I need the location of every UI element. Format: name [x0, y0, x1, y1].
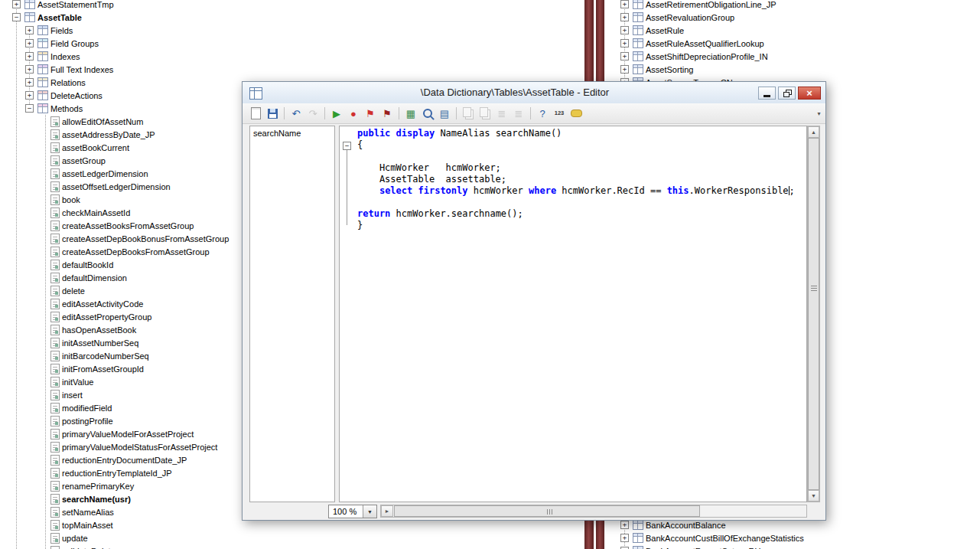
editor-titlebar[interactable]: \Data Dictionary\Tables\AssetTable - Edi…	[243, 82, 825, 104]
expand-icon[interactable]: +	[620, 65, 629, 74]
tree-item-assetretirementobligationline-jp[interactable]: +AssetRetirementObligationLine_JP	[620, 0, 777, 11]
toolbar-separator	[456, 107, 457, 119]
redo-glyph: ↷	[309, 109, 317, 119]
code-line-8[interactable]: return hcmWorker.searchname();	[357, 208, 805, 220]
undo-icon[interactable]: ↶	[288, 106, 304, 121]
scroll-down-button[interactable]: ▼	[808, 490, 819, 502]
method-list-item-searchname[interactable]: searchName	[250, 126, 334, 140]
expand-icon[interactable]: +	[620, 521, 629, 529]
help-icon[interactable]: ?	[535, 106, 550, 121]
close-button[interactable]: ×	[798, 87, 821, 100]
uncomment-lines-glyph: ≣	[515, 109, 523, 119]
code-line-4[interactable]: HcmWorker hcmWorker;	[357, 162, 805, 174]
editor-title: \Data Dictionary\Tables\AssetTable - Edi…	[273, 82, 757, 103]
tree-item-assetshiftdepreciationprofile-in[interactable]: +AssetShiftDepreciationProfile_IN	[620, 50, 768, 63]
vertical-scrollbar[interactable]: ▲ ▼	[807, 126, 820, 502]
tree-item-assetsorting[interactable]: +AssetSorting	[620, 63, 693, 76]
horizontal-scrollbar-thumb[interactable]	[394, 505, 700, 517]
scrollbar-grip	[811, 286, 817, 286]
run-icon[interactable]: ▶	[329, 106, 344, 121]
new-document-glyph	[251, 107, 261, 119]
tree-item-label[interactable]: AssetShiftDepreciationProfile_IN	[646, 52, 768, 61]
compile-icon[interactable]: ▦	[403, 106, 418, 121]
close-icon: ×	[806, 88, 812, 98]
tree-item-bankaccountformatsetup-ru[interactable]: +BankAccountFormatSetup_RU	[620, 544, 760, 549]
scroll-up-button[interactable]: ▲	[808, 126, 819, 138]
restore-button[interactable]	[778, 87, 796, 100]
code-line-6[interactable]: select firstonly hcmWorker where hcmWork…	[357, 185, 805, 197]
tree-item-label[interactable]: AssetRevaluationGroup	[646, 13, 734, 22]
zoom-dropdown-button[interactable]: ▼	[363, 505, 376, 518]
save-icon[interactable]	[265, 106, 280, 121]
toggle-breakpoint-icon[interactable]: ●	[346, 106, 361, 121]
toolbar-separator	[324, 107, 325, 119]
vertical-scrollbar-thumb[interactable]	[808, 138, 819, 490]
tree-item-label[interactable]: BankAccountFormatSetup_RU	[646, 547, 760, 549]
table-icon	[633, 64, 643, 74]
lookup-label-glyph	[423, 109, 432, 118]
copy-icon[interactable]	[461, 106, 476, 121]
uncomment-lines-icon[interactable]: ≣	[511, 106, 526, 121]
toolbar-separator	[530, 107, 531, 119]
enhanced-breakpoint-glyph: ⚑	[366, 109, 375, 119]
remove-breakpoints-icon[interactable]: ⚑	[379, 106, 395, 121]
undo-glyph: ↶	[292, 109, 301, 119]
code-line-5[interactable]: AssetTable assettable;	[357, 174, 805, 185]
expand-icon[interactable]: +	[620, 534, 629, 542]
enhanced-breakpoint-icon[interactable]: ⚑	[363, 106, 378, 121]
save-glyph	[268, 109, 278, 119]
expand-icon[interactable]: +	[620, 0, 629, 8]
script-glyph: ▤	[440, 109, 449, 119]
tree-item-bankaccountcustbillofexchangestatistics[interactable]: +BankAccountCustBillOfExchangeStatistics	[620, 531, 804, 544]
tree-item-label[interactable]: AssetSorting	[646, 65, 693, 74]
expand-icon[interactable]: +	[620, 39, 629, 47]
toolbar-overflow-button[interactable]: ▾	[814, 106, 824, 121]
tree-item-label[interactable]: BankAccountCustBillOfExchangeStatistics	[646, 534, 804, 543]
line-numbers-glyph: 123	[555, 110, 565, 116]
table-icon	[633, 0, 643, 9]
comment-lines-icon[interactable]: ≣	[494, 106, 510, 121]
tree-item-assetrevaluationgroup[interactable]: +AssetRevaluationGroup	[620, 11, 734, 24]
scroll-right-button[interactable]: ►	[381, 505, 393, 517]
new-document-icon[interactable]	[248, 106, 263, 121]
expand-icon[interactable]: +	[620, 52, 629, 60]
toggle-breakpoint-glyph: ●	[350, 109, 357, 119]
code-lines: public display NameAlias searchName(){ H…	[357, 128, 805, 231]
line-numbers-icon[interactable]: 123	[552, 106, 567, 121]
code-line-1[interactable]: public display NameAlias searchName()	[357, 128, 805, 139]
expand-icon[interactable]: +	[620, 13, 629, 21]
tree-item-label[interactable]: AssetRetirementObligationLine_JP	[646, 0, 777, 9]
fold-guide-line	[347, 150, 347, 225]
compile-glyph: ▦	[406, 109, 415, 119]
restore-icon	[783, 90, 791, 96]
fold-collapse-icon[interactable]: −	[343, 142, 351, 150]
code-line-7[interactable]	[357, 197, 805, 208]
code-line-2[interactable]: {	[357, 139, 805, 151]
tree-item-label[interactable]: AssetRule	[646, 26, 684, 35]
table-icon	[633, 533, 643, 543]
tree-item-label[interactable]: AssetRuleAssetQualifierLookup	[646, 39, 764, 48]
code-line-3[interactable]	[357, 151, 805, 162]
help-glyph: ?	[539, 109, 545, 119]
tree-item-assetruleassetqualifierlookup[interactable]: +AssetRuleAssetQualifierLookup	[620, 37, 764, 50]
toolbar-separator	[399, 107, 399, 119]
table-icon	[633, 38, 643, 48]
paste-icon[interactable]	[477, 106, 493, 121]
redo-icon[interactable]: ↷	[305, 106, 321, 121]
minimize-button[interactable]	[758, 87, 776, 100]
editor-toolbar: ↶↷▶●⚑⚑▦▤≣≣?123	[243, 103, 825, 124]
horizontal-scrollbar[interactable]: ◄ ►	[380, 505, 807, 518]
expand-icon[interactable]: +	[620, 26, 629, 34]
tree-item-assetrule[interactable]: +AssetRule	[620, 24, 684, 37]
code-line-9[interactable]: }	[357, 220, 805, 231]
remove-breakpoints-glyph: ⚑	[383, 109, 392, 119]
window-controls: ×	[758, 87, 821, 100]
zoom-combo[interactable]: 100 % ▼	[328, 505, 377, 518]
code-editor-pane[interactable]: − public display NameAlias searchName(){…	[339, 126, 807, 502]
tree-item-label[interactable]: BankAccountBalance	[646, 521, 726, 530]
script-icon[interactable]: ▤	[437, 106, 452, 121]
method-list-pane[interactable]: searchName	[249, 126, 335, 502]
lookup-label-icon[interactable]	[420, 106, 435, 121]
zoom-value: 100 %	[333, 507, 357, 516]
shortcut-keys-icon[interactable]	[568, 106, 584, 121]
